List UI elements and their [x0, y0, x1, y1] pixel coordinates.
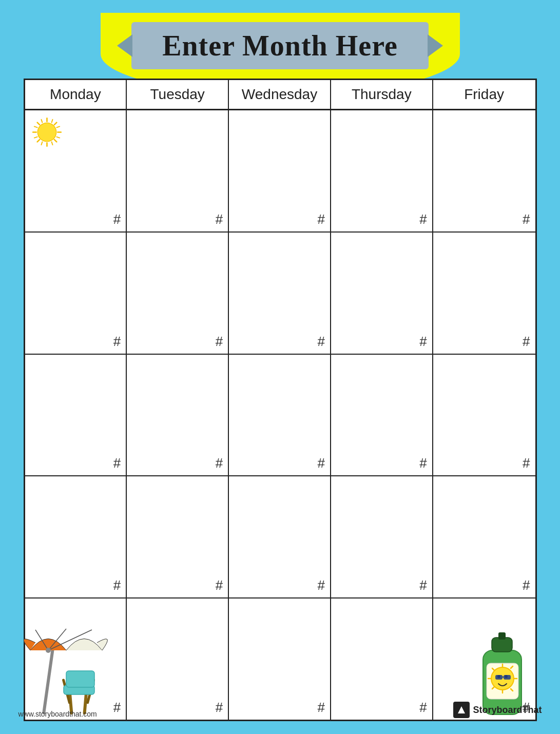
cell-2-4[interactable]: # [331, 233, 433, 354]
svg-line-14 [56, 137, 60, 138]
calendar-row-2: # # # # # [25, 233, 535, 355]
cell-number-1-2[interactable]: # [216, 211, 223, 227]
calendar-row-4: # # # # # [25, 476, 535, 598]
cell-1-3[interactable]: # [229, 110, 331, 231]
cell-3-4[interactable]: # [331, 355, 433, 476]
svg-rect-22 [66, 671, 94, 687]
cell-number-1-5[interactable]: # [523, 211, 530, 227]
calendar-row-3: # # # # # [25, 355, 535, 477]
day-header-thursday: Thursday [331, 80, 433, 109]
cell-number-2-2[interactable]: # [216, 334, 223, 350]
cell-number-2-5[interactable]: # [523, 334, 530, 350]
svg-point-28 [46, 648, 51, 653]
cell-2-5[interactable]: # [433, 233, 535, 354]
cell-number-1-1[interactable]: # [113, 211, 121, 227]
calendar-grid: Monday Tuesday Wednesday Thursday Friday [24, 79, 537, 721]
svg-line-15 [41, 142, 42, 145]
website-label: www.storyboardthat.com [18, 710, 97, 718]
cell-number-4-2[interactable]: # [216, 577, 223, 593]
banner-right-tail [428, 34, 443, 57]
cell-4-4[interactable]: # [331, 476, 433, 597]
calendar-row-1: # # # # # [25, 110, 535, 233]
cell-number-3-2[interactable]: # [216, 455, 223, 471]
svg-line-12 [34, 137, 37, 138]
cell-number-4-1[interactable]: # [113, 577, 121, 593]
cell-number-3-3[interactable]: # [317, 455, 324, 471]
cell-3-5[interactable]: # [433, 355, 535, 476]
header-area: Enter Month Here [13, 22, 547, 69]
cell-4-3[interactable]: # [229, 476, 331, 597]
footer-area: www.storyboardthat.com StoryboardThat [13, 702, 547, 718]
cell-number-2-1[interactable]: # [113, 334, 121, 350]
sun-icon [30, 115, 64, 151]
svg-rect-44 [495, 675, 503, 680]
svg-rect-31 [498, 632, 506, 640]
cell-4-2[interactable]: # [127, 476, 229, 597]
cell-2-3[interactable]: # [229, 233, 331, 354]
cell-4-1[interactable]: # [25, 476, 127, 597]
cell-number-3-4[interactable]: # [419, 455, 427, 471]
cell-number-1-3[interactable]: # [317, 211, 324, 227]
cell-number-2-3[interactable]: # [317, 334, 324, 350]
cell-number-1-4[interactable]: # [419, 211, 427, 227]
cell-number-3-5[interactable]: # [523, 455, 530, 471]
svg-line-9 [41, 120, 42, 123]
cell-4-5[interactable]: # [433, 476, 535, 597]
svg-line-13 [56, 126, 60, 127]
svg-line-11 [34, 126, 37, 127]
svg-line-8 [37, 140, 40, 142]
svg-line-5 [37, 123, 40, 125]
svg-line-6 [54, 140, 56, 142]
svg-rect-45 [504, 675, 511, 680]
brand-area: StoryboardThat [453, 702, 542, 718]
page-title[interactable]: Enter Month Here [162, 29, 398, 62]
cell-1-4[interactable]: # [331, 110, 433, 231]
svg-line-16 [51, 142, 52, 145]
svg-rect-30 [492, 638, 512, 652]
svg-line-10 [51, 120, 52, 123]
cell-number-4-4[interactable]: # [419, 577, 427, 593]
cell-2-2[interactable]: # [127, 233, 229, 354]
title-banner: Enter Month Here [131, 22, 429, 69]
svg-line-7 [54, 123, 56, 125]
brand-logo-icon [453, 702, 470, 718]
cell-1-2[interactable]: # [127, 110, 229, 231]
svg-point-0 [37, 123, 56, 141]
calendar-header-row: Monday Tuesday Wednesday Thursday Friday [25, 80, 535, 110]
banner-left-tail [117, 34, 132, 57]
calendar-body: # # # # # # [25, 110, 535, 720]
cell-1-1[interactable]: # [25, 110, 127, 231]
day-header-wednesday: Wednesday [229, 80, 331, 109]
cell-3-1[interactable]: # [25, 355, 127, 476]
cell-1-5[interactable]: # [433, 110, 535, 231]
cell-3-3[interactable]: # [229, 355, 331, 476]
page-container: Enter Month Here Monday Tuesday Wednesda… [13, 13, 547, 721]
cell-number-4-3[interactable]: # [317, 577, 324, 593]
cell-2-1[interactable]: # [25, 233, 127, 354]
brand-label: StoryboardThat [473, 705, 542, 716]
day-header-friday: Friday [433, 80, 535, 109]
cell-number-3-1[interactable]: # [113, 455, 121, 471]
cell-number-2-4[interactable]: # [419, 334, 427, 350]
cell-3-2[interactable]: # [127, 355, 229, 476]
day-header-monday: Monday [25, 80, 127, 109]
cell-number-4-5[interactable]: # [523, 577, 530, 593]
day-header-tuesday: Tuesday [127, 80, 229, 109]
